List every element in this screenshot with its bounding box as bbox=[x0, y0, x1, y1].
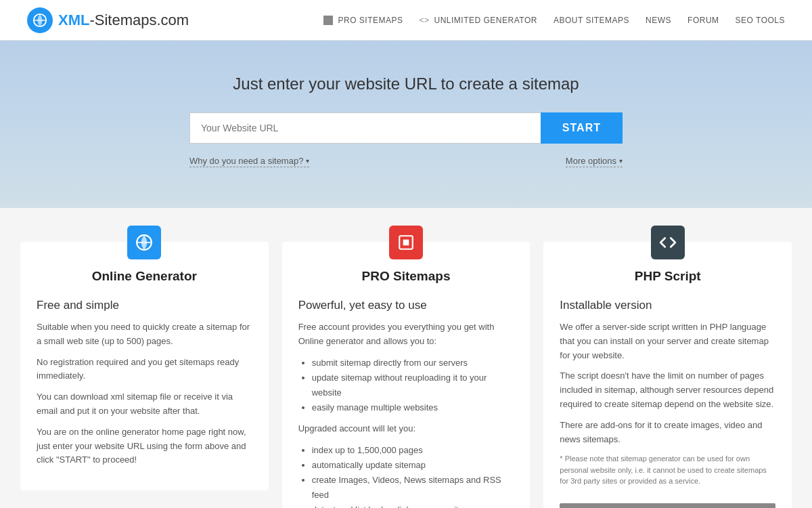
online-generator-text-3: You can download xml sitemap file or rec… bbox=[37, 390, 252, 419]
pro-sitemaps-list1-label: Upgraded account will let you: bbox=[298, 422, 514, 436]
online-generator-text-1: Suitable when you need to quickly create… bbox=[37, 320, 252, 349]
pro-sitemaps-list1: submit sitemap directly from our servers… bbox=[298, 356, 514, 415]
pro-sitemaps-icon-wrap bbox=[389, 226, 423, 259]
list-item: easily manage multiple websites bbox=[312, 400, 514, 415]
header: XML-Sitemaps.com PRO SITEMAPS <> UNLIMIT… bbox=[0, 0, 812, 41]
hero-section: Just enter your website URL to create a … bbox=[0, 41, 812, 208]
pro-icon-svg bbox=[397, 234, 415, 251]
php-script-title: PHP Script bbox=[560, 269, 775, 284]
search-bar: START bbox=[189, 112, 623, 144]
card-online-generator: Online Generator Free and simple Suitabl… bbox=[20, 242, 269, 490]
pro-sitemaps-title: PRO Sitemaps bbox=[298, 269, 514, 284]
nav-unlimited-generator[interactable]: <> UNLIMITED GENERATOR bbox=[420, 16, 537, 25]
url-input[interactable] bbox=[189, 112, 541, 144]
hero-links: Why do you need a sitemap? ▾ More option… bbox=[189, 156, 623, 167]
list-item: detect and list broken links on your sit… bbox=[312, 503, 514, 508]
cards-container: Online Generator Free and simple Suitabl… bbox=[20, 242, 792, 508]
nav-pro-sitemaps[interactable]: PRO SITEMAPS bbox=[323, 16, 403, 25]
list-item: index up to 1,500,000 pages bbox=[312, 443, 514, 458]
chevron-down-icon: ▾ bbox=[306, 157, 309, 165]
php-script-icon-wrap bbox=[651, 226, 685, 259]
php-script-text-2: The script doesn't have the limit on num… bbox=[560, 369, 775, 411]
logo-text: XML-Sitemaps.com bbox=[58, 12, 189, 29]
list-item: create Images, Videos, News sitemaps and… bbox=[312, 473, 514, 503]
pro-sitemaps-intro: Free account provides you everything you… bbox=[298, 320, 514, 349]
php-script-text-3: There are add-ons for it to create image… bbox=[560, 419, 775, 447]
nav-forum[interactable]: FORUM bbox=[687, 16, 719, 25]
logo-icon bbox=[27, 7, 53, 33]
why-sitemap-link[interactable]: Why do you need a sitemap? ▾ bbox=[189, 156, 309, 167]
code-icon-svg bbox=[659, 234, 677, 251]
online-generator-subtitle: Free and simple bbox=[37, 299, 252, 312]
list-item: submit sitemap directly from our servers bbox=[312, 356, 514, 371]
online-generator-icon-wrap bbox=[127, 226, 161, 259]
nav-seo-tools[interactable]: SEO TOOLS bbox=[736, 16, 785, 25]
pro-sitemaps-list2: index up to 1,500,000 pages automaticall… bbox=[298, 443, 514, 508]
php-script-note: * Please note that sitemap generator can… bbox=[560, 453, 775, 487]
nav-news[interactable]: NEWS bbox=[646, 16, 671, 25]
online-generator-text-2: No registration required and you get sit… bbox=[37, 356, 252, 384]
card-php-script: PHP Script Installable version We offer … bbox=[543, 242, 792, 508]
pro-icon bbox=[323, 16, 333, 25]
php-script-view-details-button[interactable]: VIEW DETAILS bbox=[560, 503, 775, 508]
main-nav: PRO SITEMAPS <> UNLIMITED GENERATOR ABOU… bbox=[323, 16, 785, 25]
chevron-down-icon-2: ▾ bbox=[619, 157, 623, 165]
hero-title: Just enter your website URL to create a … bbox=[14, 75, 798, 93]
start-button[interactable]: START bbox=[541, 112, 623, 144]
list-item: update sitemap without reuploading it to… bbox=[312, 371, 514, 400]
online-generator-title: Online Generator bbox=[37, 269, 252, 284]
pro-sitemaps-subtitle: Powerful, yet easy to use bbox=[298, 299, 514, 312]
php-script-subtitle: Installable version bbox=[560, 299, 775, 312]
nav-about-sitemaps[interactable]: ABOUT SITEMAPS bbox=[554, 16, 629, 25]
card-pro-sitemaps: PRO Sitemaps Powerful, yet easy to use F… bbox=[282, 242, 531, 508]
logo[interactable]: XML-Sitemaps.com bbox=[27, 7, 189, 33]
globe-icon bbox=[135, 234, 153, 251]
code-icon: <> bbox=[420, 16, 430, 25]
svg-rect-5 bbox=[403, 240, 409, 246]
list-item: automatically update sitemap bbox=[312, 458, 514, 473]
online-generator-text-4: You are on the online generator home pag… bbox=[37, 425, 252, 467]
more-options-link[interactable]: More options ▾ bbox=[566, 156, 623, 167]
cards-section: Online Generator Free and simple Suitabl… bbox=[0, 208, 812, 508]
php-script-text-1: We offer a server-side script written in… bbox=[560, 320, 775, 362]
